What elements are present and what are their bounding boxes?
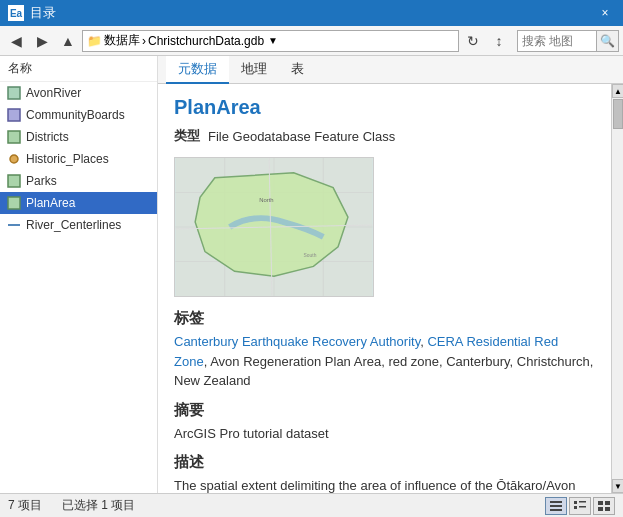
forward-button[interactable]: ▶ <box>30 30 54 52</box>
type-value: File Geodatabase Feature Class <box>208 129 395 144</box>
sidebar-item-river-centerlines[interactable]: River_Centerlines <box>0 214 157 236</box>
svg-rect-30 <box>605 507 610 511</box>
community-boards-icon <box>6 107 22 123</box>
tags-section: 标签 Canterbury Earthquake Recovery Author… <box>174 309 595 391</box>
tag-link-1[interactable]: Canterbury Earthquake Recovery Authority <box>174 334 420 349</box>
status-separator <box>46 497 58 514</box>
svg-rect-26 <box>579 506 586 508</box>
tags-content: Canterbury Earthquake Recovery Authority… <box>174 332 595 391</box>
sidebar-item-avon-river[interactable]: AvonRiver <box>0 82 157 104</box>
districts-icon <box>6 129 22 145</box>
sidebar-item-community-boards[interactable]: CommunityBoards <box>0 104 157 126</box>
breadcrumb-sep1: › <box>142 34 146 48</box>
back-button[interactable]: ◀ <box>4 30 28 52</box>
river-centerlines-icon <box>6 217 22 233</box>
view-detail-button[interactable] <box>569 497 591 515</box>
districts-label: Districts <box>26 130 69 144</box>
toolbar: ◀ ▶ ▲ 📁 数据库 › ChristchurchData.gdb ▼ ↻ ↕… <box>0 26 623 56</box>
summary-content: ArcGIS Pro tutorial dataset <box>174 424 595 444</box>
avon-river-label: AvonRiver <box>26 86 81 100</box>
view-buttons <box>545 497 615 515</box>
type-row: 类型 File Geodatabase Feature Class <box>174 127 595 145</box>
description-section: 描述 The spatial extent delimiting the are… <box>174 453 595 493</box>
type-label: 类型 <box>174 127 200 145</box>
breadcrumb-dropdown-icon[interactable]: ▼ <box>268 35 278 46</box>
main-layout: 名称 AvonRiver CommunityBoards Districts H… <box>0 56 623 493</box>
avon-river-icon <box>6 85 22 101</box>
parks-label: Parks <box>26 174 57 188</box>
svg-rect-29 <box>598 507 603 511</box>
description-content: The spatial extent delimiting the area o… <box>174 476 595 493</box>
svg-rect-24 <box>579 501 586 503</box>
svg-point-3 <box>10 155 18 163</box>
title-bar: Ea 目录 × <box>0 0 623 26</box>
svg-rect-28 <box>605 501 610 505</box>
svg-rect-23 <box>574 501 577 504</box>
map-thumbnail: North South <box>174 157 374 297</box>
scroll-up-button[interactable]: ▲ <box>612 84 623 98</box>
scroll-down-button[interactable]: ▼ <box>612 479 623 493</box>
sidebar-item-parks[interactable]: Parks <box>0 170 157 192</box>
svg-rect-2 <box>8 131 20 143</box>
plan-area-icon <box>6 195 22 211</box>
sidebar-item-districts[interactable]: Districts <box>0 126 157 148</box>
right-scrollbar[interactable]: ▲ ▼ <box>611 84 623 493</box>
community-boards-label: CommunityBoards <box>26 108 125 122</box>
scrollbar-thumb[interactable] <box>613 99 623 129</box>
view-grid-button[interactable] <box>593 497 615 515</box>
svg-rect-1 <box>8 109 20 121</box>
tab-geography[interactable]: 地理 <box>229 56 279 84</box>
sort-button[interactable]: ↕ <box>487 30 511 52</box>
content-area: 元数据 地理 表 PlanArea 类型 File Geodatabase Fe… <box>158 56 623 493</box>
river-centerlines-label: River_Centerlines <box>26 218 121 232</box>
svg-rect-25 <box>574 506 577 509</box>
svg-text:South: South <box>304 253 317 258</box>
view-list-button[interactable] <box>545 497 567 515</box>
sidebar: 名称 AvonRiver CommunityBoards Districts H… <box>0 56 158 493</box>
app-icon: Ea <box>8 5 24 21</box>
search-input[interactable] <box>517 30 597 52</box>
svg-rect-5 <box>8 197 20 209</box>
summary-section: 摘要 ArcGIS Pro tutorial dataset <box>174 401 595 444</box>
parks-icon <box>6 173 22 189</box>
status-bar: 7 项目 已选择 1 项目 <box>0 493 623 517</box>
svg-rect-22 <box>550 509 562 511</box>
svg-text:North: North <box>259 197 273 203</box>
close-button[interactable]: × <box>595 3 615 23</box>
up-button[interactable]: ▲ <box>56 30 80 52</box>
item-count: 7 项目 <box>8 497 42 514</box>
svg-rect-20 <box>550 501 562 503</box>
svg-rect-27 <box>598 501 603 505</box>
metadata-content: PlanArea 类型 File Geodatabase Feature Cla… <box>158 84 611 493</box>
svg-rect-21 <box>550 505 562 507</box>
tab-table[interactable]: 表 <box>279 56 316 84</box>
selected-count: 已选择 1 项目 <box>62 497 135 514</box>
search-button[interactable]: 🔍 <box>597 30 619 52</box>
metadata-title: PlanArea <box>174 96 595 119</box>
description-label: 描述 <box>174 453 595 472</box>
sidebar-item-historic-places[interactable]: Historic_Places <box>0 148 157 170</box>
breadcrumb-icon: 📁 <box>87 34 102 48</box>
svg-rect-4 <box>8 175 20 187</box>
historic-places-icon <box>6 151 22 167</box>
tabs: 元数据 地理 表 <box>158 56 623 84</box>
svg-rect-0 <box>8 87 20 99</box>
sidebar-header: 名称 <box>0 56 157 82</box>
plan-area-label: PlanArea <box>26 196 75 210</box>
sidebar-item-plan-area[interactable]: PlanArea <box>0 192 157 214</box>
breadcrumb-gdb: ChristchurchData.gdb <box>148 34 264 48</box>
tab-metadata[interactable]: 元数据 <box>166 56 229 84</box>
title-bar-text: 目录 <box>30 4 595 22</box>
refresh-button[interactable]: ↻ <box>461 30 485 52</box>
historic-places-label: Historic_Places <box>26 152 109 166</box>
breadcrumb-db: 数据库 <box>104 32 140 49</box>
breadcrumb[interactable]: 📁 数据库 › ChristchurchData.gdb ▼ <box>82 30 459 52</box>
tags-label: 标签 <box>174 309 595 328</box>
summary-label: 摘要 <box>174 401 595 420</box>
search-bar: 🔍 <box>517 30 619 52</box>
